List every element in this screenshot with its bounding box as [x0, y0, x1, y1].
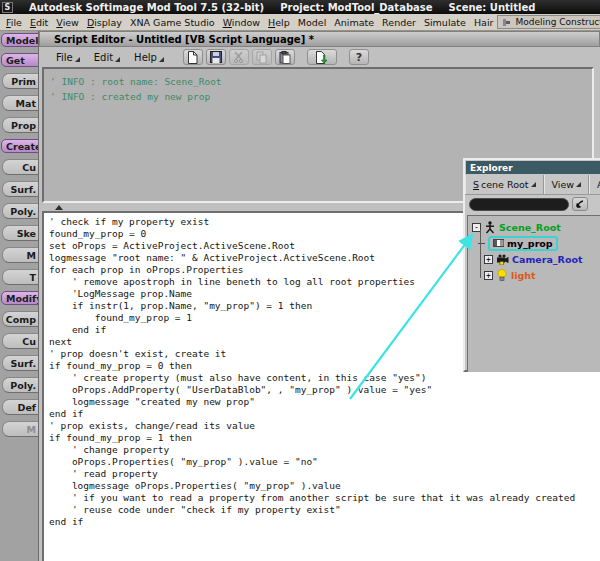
construction-mode-icon: [502, 18, 511, 27]
main-menubar: FileEditViewDisplayXNA Game StudioWindow…: [0, 14, 600, 31]
script-editor-menu-help[interactable]: Help: [127, 51, 171, 64]
menu-item-view[interactable]: View: [52, 16, 83, 29]
copy-button: [252, 49, 272, 65]
explorer-filter-input[interactable]: [469, 198, 569, 211]
copy-icon: [256, 51, 268, 64]
code-line: oProps.Properties( "my_prop" ).value = "…: [49, 456, 600, 468]
tree-label-my-prop[interactable]: my_prop: [507, 238, 553, 249]
menu-item-simulate[interactable]: Simulate: [420, 16, 470, 29]
explorer-button-row: Scene RootViewAll Ex: [465, 175, 600, 195]
save-icon: [210, 51, 222, 63]
cut-button: [229, 49, 249, 65]
camera-icon: [496, 254, 509, 265]
window-titlebar: S Autodesk Softimage Mod Tool 7.5 (32-bi…: [0, 0, 600, 14]
sidebar-item-cu[interactable]: Cu: [2, 159, 38, 175]
expand-expander-icon[interactable]: +: [484, 255, 493, 264]
explorer-button-all-ex[interactable]: All Ex: [589, 175, 600, 194]
sidebar-item-mat[interactable]: Mat: [2, 95, 38, 111]
tree-label-scene-root[interactable]: Scene_Root: [499, 222, 561, 233]
sidebar-item-modify[interactable]: Modify: [1, 291, 38, 305]
output-line: ' INFO : root name: Scene_Root: [50, 74, 592, 89]
explorer-title: Explorer: [470, 163, 513, 173]
tree-item-light[interactable]: + light: [468, 267, 600, 283]
sidebar-item-t[interactable]: T: [2, 269, 38, 285]
explorer-panel: Explorer Scene RootViewAll Ex - Scene_Ro…: [463, 158, 600, 372]
script-editor-titlebar[interactable]: Script Editor - Untitled [VB Script Lang…: [39, 31, 600, 47]
menu-item-xna-game-studio[interactable]: XNA Game Studio: [126, 16, 219, 29]
menu-corner-icon: [531, 182, 536, 187]
left-toolbar: ModelGetPrimMatPropCreateCuSurf.Poly.Ske…: [0, 31, 38, 561]
code-line: logmessage "created my new prop": [49, 396, 600, 408]
paste-icon: [279, 51, 291, 64]
paste-button[interactable]: [275, 49, 295, 65]
menu-item-display[interactable]: Display: [83, 16, 126, 29]
corner-arrow-icon: [576, 200, 584, 208]
tree-item-scene-root[interactable]: - Scene_Root: [468, 219, 600, 235]
script-editor-menu-file[interactable]: File: [49, 51, 87, 64]
run-script-icon: [315, 51, 329, 64]
code-line: ' read property: [49, 468, 600, 480]
sidebar-item-m[interactable]: M: [2, 247, 38, 263]
project-label: Project: ModTool_Database: [280, 2, 432, 13]
menu-item-edit[interactable]: Edit: [26, 16, 52, 29]
explorer-titlebar[interactable]: Explorer: [466, 161, 600, 174]
code-line: ' if you want to read a property from an…: [49, 492, 600, 504]
run-script-button[interactable]: [307, 49, 337, 65]
help-button[interactable]: ?: [349, 49, 369, 65]
menu-item-hair[interactable]: Hair: [470, 16, 498, 29]
sidebar-item-comp[interactable]: Comp: [2, 311, 38, 327]
construction-mode-dropdown[interactable]: Modeling Construction Mode: [497, 15, 600, 29]
script-editor-title: Script Editor - Untitled [VB Script Lang…: [54, 34, 314, 45]
expand-expander-icon[interactable]: +: [484, 271, 493, 280]
new-script-button[interactable]: [183, 49, 203, 65]
tree-label-camera-root[interactable]: Camera_Root: [512, 254, 582, 265]
code-line: ' change property: [49, 444, 600, 456]
menu-corner-icon: [115, 57, 120, 62]
explorer-filter-dropdown-button[interactable]: [572, 197, 588, 211]
menu-item-help[interactable]: Help: [264, 16, 294, 29]
menu-item-window[interactable]: Window: [219, 16, 264, 29]
script-editor-toolbar: FileEditHelp ?: [39, 47, 600, 67]
sidebar-item-surf[interactable]: Surf.: [2, 181, 38, 197]
explorer-button-view[interactable]: View: [544, 175, 590, 194]
window-title: Autodesk Softimage Mod Tool 7.5 (32-bit): [29, 2, 264, 13]
sidebar-item-def[interactable]: Def: [2, 399, 38, 415]
softimage-app-icon: S: [2, 2, 13, 13]
menubar-right: Modeling Construction Mode Defau: [497, 15, 600, 29]
sidebar-item-model[interactable]: Model: [1, 33, 38, 47]
splitter-collapse-icon[interactable]: [55, 205, 63, 210]
cut-icon: [233, 51, 244, 63]
menu-item-animate[interactable]: Animate: [330, 16, 378, 29]
menu-item-render[interactable]: Render: [378, 16, 420, 29]
menu-corner-icon: [159, 57, 164, 62]
sidebar-item-poly[interactable]: Poly.: [2, 203, 38, 219]
explorer-button-scene-root[interactable]: Scene Root: [465, 175, 544, 194]
menu-corner-icon: [75, 57, 80, 62]
code-line: if found_my_prop = 1 then: [49, 432, 600, 444]
sidebar-item-prim[interactable]: Prim: [2, 73, 38, 89]
code-line: ' reuse code under "check if my property…: [49, 504, 600, 516]
sidebar-item-get[interactable]: Get: [1, 53, 38, 67]
save-script-button[interactable]: [206, 49, 226, 65]
tree-item-camera-root[interactable]: + Camera_Root: [468, 251, 600, 267]
my-prop-selection-box[interactable]: my_prop: [488, 236, 558, 251]
sidebar-item-surf[interactable]: Surf.: [2, 355, 38, 371]
sidebar-item-poly[interactable]: Poly.: [2, 377, 38, 393]
sidebar-item-create[interactable]: Create: [1, 139, 38, 153]
menu-item-file[interactable]: File: [2, 16, 26, 29]
sidebar-item-ske[interactable]: Ske: [2, 225, 38, 241]
tree-item-my-prop[interactable]: my_prop: [468, 235, 600, 251]
code-line: logmessage oProps.Properties( "my_prop" …: [49, 480, 600, 492]
sidebar-item-cu[interactable]: Cu: [2, 333, 38, 349]
code-line: end if: [49, 408, 600, 420]
construction-mode-label: Modeling Construction Mode: [515, 17, 600, 27]
sidebar-item-prop[interactable]: Prop: [2, 117, 38, 133]
menu-item-model[interactable]: Model: [294, 16, 331, 29]
scene-label: Scene: Untitled: [449, 2, 536, 13]
tree-label-light[interactable]: light: [511, 270, 536, 281]
script-editor-menu-edit[interactable]: Edit: [87, 51, 127, 64]
light-icon: [496, 269, 508, 281]
menu-corner-icon: [576, 182, 581, 187]
code-line: ' create property (must also have conten…: [49, 372, 600, 384]
output-line: ' INFO : created my new prop: [50, 89, 592, 104]
